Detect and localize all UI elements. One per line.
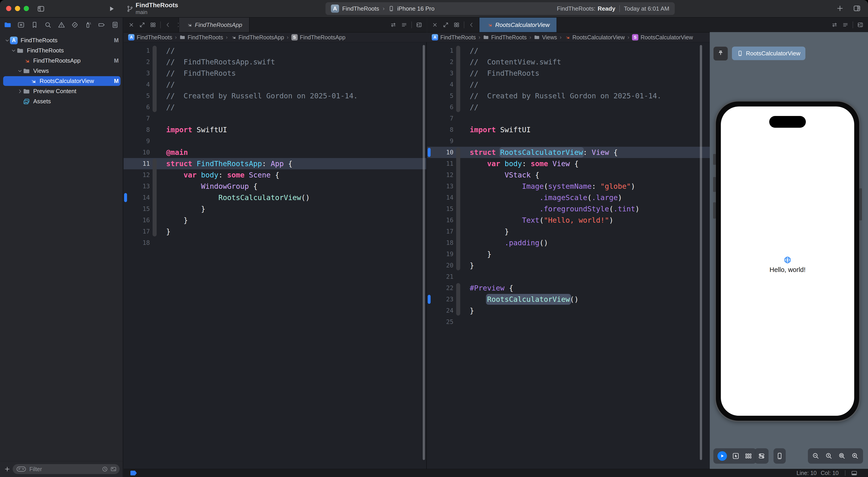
- live-preview-button[interactable]: [717, 451, 727, 461]
- code-line-5[interactable]: 5// Created by Russell Gordon on 2025-01…: [427, 90, 710, 101]
- close-split-icon[interactable]: [127, 20, 136, 29]
- breadcrumb-item[interactable]: RootsCalculatorView: [564, 34, 625, 41]
- code-line-12[interactable]: 12 VStack {: [427, 169, 710, 181]
- device-settings-button[interactable]: [758, 452, 765, 460]
- code-line-17[interactable]: 17 }: [427, 226, 710, 237]
- enter-fullscreen-icon[interactable]: [138, 20, 147, 29]
- code-line-10[interactable]: 10@main: [124, 147, 426, 158]
- code-line-5[interactable]: 5// Created by Russell Gordon on 2025-01…: [124, 90, 426, 101]
- tab-findtherootsapp[interactable]: FindTheRootsApp: [179, 18, 250, 32]
- sidebar-item-views[interactable]: Views: [0, 66, 122, 76]
- issue-navigator-icon[interactable]: [57, 20, 66, 30]
- close-split-icon[interactable]: [430, 20, 439, 29]
- code-line-1[interactable]: 1//: [427, 45, 710, 56]
- code-line-19[interactable]: 19 }: [427, 248, 710, 260]
- project-navigator-icon[interactable]: [3, 20, 13, 30]
- code-line-2[interactable]: 2// FindTheRootsApp.swift: [124, 56, 426, 68]
- breadcrumb-item[interactable]: SFindTheRootsApp: [291, 34, 346, 41]
- source-control-navigator-icon[interactable]: [16, 20, 26, 30]
- code-line-12[interactable]: 12 var body: some Scene {: [124, 169, 426, 181]
- zoom-fit-button[interactable]: [838, 452, 846, 460]
- breadcrumb-item[interactable]: AFindTheRoots: [432, 34, 476, 41]
- zoom-in-button[interactable]: [851, 452, 859, 460]
- bookmark-navigator-icon[interactable]: [30, 20, 39, 30]
- code-line-4[interactable]: 4//: [124, 79, 426, 90]
- code-line-16[interactable]: 16 Text("Hello, world!"): [427, 214, 710, 226]
- changes-filter-icon[interactable]: [110, 466, 117, 473]
- variants-mode-button[interactable]: [745, 452, 752, 460]
- adjust-editor-icon[interactable]: [841, 20, 850, 29]
- sidebar-item-findtheroots[interactable]: FindTheRoots: [0, 46, 122, 56]
- code-line-22[interactable]: 22#Preview {: [427, 282, 710, 294]
- editor-left[interactable]: 1//2// FindTheRootsApp.swift3// FindTheR…: [124, 42, 427, 469]
- debug-navigator-icon[interactable]: [83, 20, 93, 30]
- editor-right[interactable]: 1//2// ContentView.swift3// FindTheRoots…: [427, 42, 710, 469]
- code-line-6[interactable]: 6//: [124, 101, 426, 113]
- code-line-9[interactable]: 9: [427, 136, 710, 147]
- code-line-3[interactable]: 3// FindTheRoots: [124, 68, 426, 79]
- code-line-14[interactable]: 14 RootsCalculatorView(): [124, 192, 426, 203]
- code-line-7[interactable]: 7: [427, 113, 710, 124]
- code-line-16[interactable]: 16 }: [124, 214, 426, 226]
- code-line-14[interactable]: 14 .imageScale(.large): [427, 192, 710, 203]
- code-line-1[interactable]: 1//: [124, 45, 426, 56]
- recents-icon[interactable]: [101, 466, 108, 473]
- code-review-icon[interactable]: [389, 20, 398, 29]
- preview-target-chip[interactable]: RootsCalculatorView: [732, 47, 805, 60]
- add-editor-icon[interactable]: [414, 20, 424, 29]
- find-navigator-icon[interactable]: [43, 20, 53, 30]
- go-back-icon[interactable]: [467, 20, 476, 29]
- pin-preview-button[interactable]: [713, 47, 728, 61]
- report-navigator-icon[interactable]: [110, 20, 120, 30]
- breadcrumb-item[interactable]: AFindTheRoots: [128, 34, 172, 41]
- close-window-button[interactable]: [6, 6, 11, 11]
- code-line-24[interactable]: 24}: [427, 305, 710, 316]
- tab-rootscalculatorview[interactable]: RootsCalculatorView: [479, 18, 557, 32]
- code-line-15[interactable]: 15 }: [124, 203, 426, 214]
- code-line-18[interactable]: 18 .padding(): [427, 237, 710, 248]
- code-line-11[interactable]: 11struct FindTheRootsApp: App {: [124, 158, 426, 169]
- code-review-icon[interactable]: [830, 20, 839, 29]
- sidebar-item-preview-content[interactable]: Preview Content: [0, 86, 122, 96]
- enter-fullscreen-icon[interactable]: [441, 20, 450, 29]
- chevron-down-icon[interactable]: [4, 38, 10, 43]
- run-button[interactable]: [107, 4, 116, 13]
- zoom-100-button[interactable]: [825, 452, 833, 460]
- chevron-down-icon[interactable]: [11, 48, 16, 53]
- scheme-device-name[interactable]: iPhone 16 Pro: [397, 5, 434, 12]
- toggle-navigator-icon[interactable]: [36, 4, 46, 13]
- breadcrumb-item[interactable]: FindTheRoots: [483, 34, 527, 41]
- sidebar-item-assets[interactable]: Assets: [0, 96, 122, 107]
- code-line-3[interactable]: 3// FindTheRoots: [427, 68, 710, 79]
- code-line-21[interactable]: 21: [427, 271, 710, 282]
- editor-layout-icon[interactable]: [452, 20, 461, 29]
- zoom-window-button[interactable]: [24, 6, 29, 11]
- breadcrumb-item[interactable]: Views: [534, 34, 557, 41]
- breakpoints-indicator[interactable]: [130, 471, 137, 475]
- sidebar-item-findtheroots[interactable]: AFindTheRootsM: [0, 35, 122, 46]
- code-line-8[interactable]: 8import SwiftUI: [427, 124, 710, 136]
- code-line-20[interactable]: 20}: [427, 260, 710, 271]
- scrollbar[interactable]: [700, 45, 702, 460]
- go-back-icon[interactable]: [163, 20, 173, 29]
- minimize-window-button[interactable]: [15, 6, 20, 11]
- editor-layout-icon[interactable]: [149, 20, 158, 29]
- code-line-7[interactable]: 7: [124, 113, 426, 124]
- filter-field[interactable]: Filter: [13, 464, 120, 474]
- adjust-editor-icon[interactable]: [400, 20, 409, 29]
- sidebar-item-rootscalculatorview[interactable]: RootsCalculatorViewM: [0, 76, 122, 86]
- code-line-9[interactable]: 9: [124, 136, 426, 147]
- scheme-app-name[interactable]: FindTheRoots: [342, 5, 379, 12]
- breadcrumb-item[interactable]: FindTheRoots: [180, 34, 223, 41]
- sidebar-item-findtherootsapp[interactable]: FindTheRootsAppM: [0, 56, 122, 66]
- code-line-18[interactable]: 18: [124, 237, 426, 248]
- code-line-10[interactable]: 10struct RootsCalculatorView: View {: [427, 147, 710, 158]
- test-navigator-icon[interactable]: [70, 20, 80, 30]
- breadcrumb-item[interactable]: FindTheRootsApp: [230, 34, 284, 41]
- editor-options-icon[interactable]: [849, 470, 859, 477]
- add-tab-button[interactable]: [835, 4, 845, 13]
- toggle-inspector-icon[interactable]: [852, 4, 862, 13]
- scrollbar[interactable]: [423, 45, 425, 460]
- code-line-6[interactable]: 6//: [427, 101, 710, 113]
- preview-device-button[interactable]: [776, 452, 783, 460]
